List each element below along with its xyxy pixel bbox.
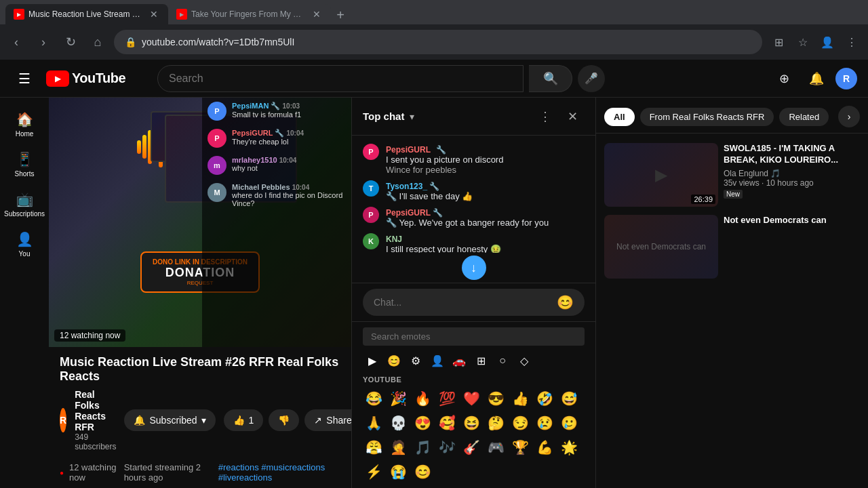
rec-filter-all[interactable]: All: [604, 108, 635, 126]
emote-item[interactable]: 💪: [534, 436, 555, 458]
emote-item[interactable]: 😆: [460, 412, 482, 434]
emote-tab-settings[interactable]: ⚙: [406, 351, 425, 370]
action-btns: 👍 1 👎 ↗ Share + Save: [224, 408, 351, 432]
emote-item[interactable]: 😍: [412, 412, 433, 434]
share-btn[interactable]: ↗ Share: [304, 409, 351, 431]
thumbsdown-icon: 👎: [278, 415, 290, 426]
chat-chevron-icon[interactable]: ▾: [410, 111, 414, 122]
tab2-close-btn[interactable]: ✕: [311, 8, 323, 20]
emote-item[interactable]: 🤔: [485, 412, 507, 434]
tab-close-btn[interactable]: ✕: [148, 8, 160, 20]
chat-username: Tyson123_ 🔧: [386, 182, 439, 191]
forward-btn[interactable]: ›: [33, 31, 54, 53]
emote-tab-grid[interactable]: ⊞: [471, 351, 490, 370]
extensions-icon[interactable]: ⊞: [768, 31, 789, 53]
rec-item[interactable]: ▶ 26:39 SWOLA185 - I'M TAKING A BREAK, K…: [601, 139, 863, 211]
refresh-btn[interactable]: ↻: [60, 31, 81, 53]
search-btn[interactable]: 🔍: [529, 65, 572, 92]
chat-message: P PepsiGURL 🔧 I sent you a picture on di…: [352, 141, 595, 178]
rec-filter-channel[interactable]: From Real Folks Reacts RFR: [640, 108, 774, 126]
create-video-btn[interactable]: ⊕: [770, 65, 797, 92]
emote-item[interactable]: 🎸: [460, 436, 482, 458]
video-player[interactable]: DONO LINK IN DESCRIPTION DONATION REQUES…: [49, 98, 351, 347]
yt-logo-text: YouTube: [72, 70, 125, 86]
emote-item[interactable]: 💯: [436, 388, 458, 409]
chat-options-btn[interactable]: ⋮: [533, 104, 557, 129]
emote-item[interactable]: 🙏: [363, 412, 384, 434]
scroll-down-btn[interactable]: ↓: [462, 256, 486, 280]
yt-search-area: 🔍 🎤: [157, 65, 760, 92]
subscriptions-icon: 📺: [16, 191, 33, 207]
emote-item[interactable]: 😎: [485, 388, 507, 409]
emote-tab-transport[interactable]: 🚗: [450, 351, 469, 370]
inactive-tab[interactable]: ▶ Take Your Fingers From My Hair - YouTu…: [168, 4, 331, 24]
chat-input[interactable]: [374, 297, 551, 308]
hashtags[interactable]: #reactions #musicreactions #livereaction…: [218, 462, 340, 483]
rec-badge: New: [724, 190, 743, 199]
back-btn[interactable]: ‹: [5, 31, 27, 53]
emote-item[interactable]: 😂: [363, 388, 384, 409]
notifications-btn[interactable]: 🔔: [803, 65, 830, 92]
sidebar-item-you[interactable]: 👤 You: [3, 226, 46, 263]
overlay-msg1-avatar: P: [208, 102, 226, 121]
user-avatar[interactable]: R: [835, 68, 857, 89]
rec-filter-arrow-btn[interactable]: ›: [838, 106, 860, 127]
home-btn[interactable]: ⌂: [87, 31, 108, 53]
emote-item[interactable]: 🤣: [534, 388, 555, 409]
emote-tab-people[interactable]: 👤: [428, 351, 447, 370]
emote-item[interactable]: 💀: [387, 412, 409, 434]
profile-icon[interactable]: 👤: [816, 31, 838, 53]
emote-item[interactable]: 👍: [509, 388, 531, 409]
emote-item[interactable]: 😤: [363, 436, 384, 458]
dislike-btn[interactable]: 👎: [269, 409, 299, 431]
voice-search-btn[interactable]: 🎤: [578, 65, 605, 92]
address-box[interactable]: 🔒 youtube.com/watch?v=1Dtb7mn5UlI: [114, 30, 762, 54]
emote-item[interactable]: 🤦: [387, 436, 409, 458]
chat-username: KNJ: [386, 235, 402, 244]
more-menu-icon[interactable]: ⋮: [841, 31, 863, 53]
emote-item[interactable]: 🌟: [558, 436, 580, 458]
emote-item[interactable]: 🥲: [558, 412, 580, 434]
emote-item[interactable]: 😏: [509, 412, 531, 434]
menu-btn[interactable]: ☰: [11, 65, 38, 92]
new-tab-btn[interactable]: +: [331, 5, 350, 24]
emote-item[interactable]: 🎮: [485, 436, 507, 458]
sidebar-item-subscriptions[interactable]: 📺 Subscriptions: [3, 186, 46, 223]
rec-filter-related[interactable]: Related: [779, 108, 829, 126]
rec-views: 35v views · 10 hours ago: [724, 178, 860, 188]
sidebar-item-shorts[interactable]: 📱 Shorts: [3, 146, 46, 183]
emote-item[interactable]: 🎵: [412, 436, 433, 458]
emote-item[interactable]: 🥰: [436, 412, 458, 434]
emote-item[interactable]: 😭: [387, 461, 409, 483]
subscribe-btn[interactable]: 🔔 Subscribed ▾: [124, 409, 215, 431]
emote-item[interactable]: 🎉: [387, 388, 409, 409]
emote-item[interactable]: 😅: [558, 388, 580, 409]
sidebar-home-label: Home: [16, 130, 34, 138]
bookmark-star-icon[interactable]: ☆: [792, 31, 814, 53]
yt-logo[interactable]: YouTube: [46, 70, 125, 87]
search-input[interactable]: [169, 73, 512, 85]
emote-item[interactable]: 😢: [534, 412, 555, 434]
emote-tab-youtube[interactable]: ▶: [363, 351, 382, 370]
emotes-search-input[interactable]: [371, 331, 576, 342]
channel-name[interactable]: Real Folks Reacts RFR: [75, 389, 116, 432]
watching-count: 12 watching now: [69, 462, 119, 483]
sidebar-item-home[interactable]: 🏠 Home: [3, 106, 46, 143]
tab2-favicon: ▶: [176, 9, 187, 20]
emote-item[interactable]: ❤️: [460, 388, 482, 409]
subscribe-label: Subscribed: [149, 415, 197, 426]
like-btn[interactable]: 👍 1: [224, 409, 264, 431]
chat-close-btn[interactable]: ✕: [560, 104, 585, 129]
emote-tab-emoji[interactable]: 😊: [384, 351, 403, 370]
yt-sidebar: 🏠 Home 📱 Shorts 📺 Subscriptions 👤 You: [0, 98, 49, 488]
emote-tab-circle[interactable]: ○: [493, 351, 512, 370]
emote-item[interactable]: 🎶: [436, 436, 458, 458]
rec-item[interactable]: Not even Democrats can Not even Democrat…: [601, 211, 863, 283]
emoji-btn[interactable]: 😊: [557, 294, 574, 310]
emote-item[interactable]: 🏆: [509, 436, 531, 458]
emote-tab-diamond[interactable]: ◇: [515, 351, 534, 370]
emote-item[interactable]: 😊: [412, 461, 433, 483]
emote-item[interactable]: 🔥: [412, 388, 433, 409]
active-tab[interactable]: ▶ Music Reaction Live Stream #26 RFR R..…: [5, 4, 168, 24]
emote-item[interactable]: ⚡: [363, 461, 384, 483]
